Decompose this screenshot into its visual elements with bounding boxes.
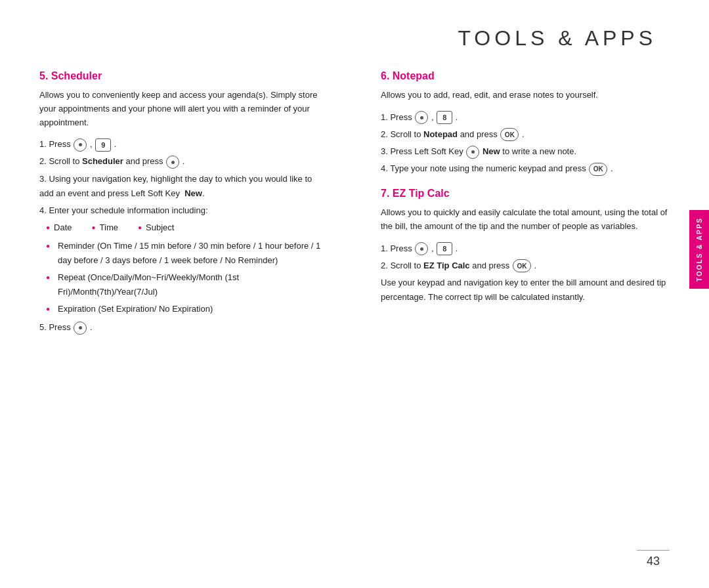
side-tab: TOOLS & APPS [689,210,709,289]
notepad-desc: Allows you to add, read, edit, and erase… [381,89,670,102]
step-5-text: 5. Press [39,322,71,332]
ez-tip-step-2-period: . [534,261,537,270]
scheduler-steps: 1. Press , 9 . 2. Scroll to Scheduler an… [39,137,328,335]
scheduler-step-1: 1. Press , 9 . [39,137,328,152]
menu-key-notepad [415,111,428,124]
ez-tip-title: 7. EZ Tip Calc [381,188,670,200]
notepad-step-3-suffix: to write a new note. [502,146,576,156]
ez-tip-step-1-text: 1. Press [381,243,412,253]
notepad-step-4-period: . [611,163,613,173]
notepad-step-1-text: 1. Press [381,112,412,122]
notepad-step-2-text: 2. Scroll to Notepad and press [381,129,498,139]
new-bold: New [184,188,202,198]
page-number: 43 [647,555,660,568]
bullet-date: Date [46,220,72,235]
step-1-num: 1. Press [39,139,71,149]
scheduler-desc: Allows you to conveniently keep and acce… [39,89,328,129]
scheduler-bullet-list: Reminder (On Time / 15 min before / 30 m… [46,239,328,316]
scheduler-step-2: 2. Scroll to Scheduler and press . [39,154,328,169]
notepad-step-3-text: 3. Press Left Soft Key [381,146,463,156]
key-8-ez-icon: 8 [437,242,452,255]
ez-tip-bold: EZ Tip Calc [423,261,470,270]
left-column: 5. Scheduler Allows you to conveniently … [39,70,341,338]
ez-tip-step-3-text: Use your keypad and navigation key to en… [381,278,666,302]
scheduler-bold: Scheduler [82,156,123,166]
new-bold-notepad: New [483,146,500,156]
soft-key-notepad [466,146,479,159]
menu-key-icon [74,138,87,152]
scheduler-step-4: 4. Enter your schedule information inclu… [39,203,328,317]
notepad-step-1-period: . [456,112,458,122]
notepad-title: 6. Notepad [381,70,670,82]
bullet-expiration: Expiration (Set Expiration/ No Expiratio… [46,302,328,316]
ok-key-ez-2: OK [513,259,531,272]
ok-key-icon-5 [74,322,87,335]
notepad-step-1: 1. Press , 8 . [381,110,670,125]
ez-tip-step-1-comma: , [431,243,434,253]
step-1-comma: , [90,139,93,149]
step-2-scroll: 2. Scroll to Scheduler and press [39,156,163,166]
scheduler-step-3: 3. Using your navigation key, highlight … [39,172,328,201]
ok-key-icon-2 [166,156,179,169]
notepad-step-3: 3. Press Left Soft Key New to write a ne… [381,144,670,159]
page-divider [637,550,670,551]
step-4-text: 4. Enter your schedule information inclu… [39,205,208,215]
menu-key-ez [415,242,428,255]
bullet-repeat: Repeat (Once/Daily/Mon~Fri/Weekly/Month … [46,270,328,299]
step-5-period: . [90,322,93,332]
ok-key-notepad-2: OK [500,128,519,141]
bullet-reminder: Reminder (On Time / 15 min before / 30 m… [46,239,328,268]
scheduler-section: 5. Scheduler Allows you to conveniently … [39,70,328,335]
ez-tip-step-1-period: . [456,243,458,253]
step-2-period: . [183,156,185,166]
bullet-subject: Subject [138,220,174,235]
ez-tip-section: 7. EZ Tip Calc Allows you to quickly and… [381,188,670,304]
step-3-text: 3. Using your navigation key, highlight … [39,174,312,198]
right-column: 6. Notepad Allows you to add, read, edit… [368,70,670,338]
ez-tip-step-3: Use your keypad and navigation key to en… [381,276,670,304]
bullet-time: Time [92,220,118,235]
ez-tip-desc: Allows you to quickly and easily calcula… [381,206,670,234]
step-1-period: . [114,139,117,149]
scheduler-step-5: 5. Press . [39,320,328,335]
inline-bullets: Date Time Subject [46,220,328,235]
notepad-step-4: 4. Type your note using the numeric keyp… [381,161,670,176]
notepad-section: 6. Notepad Allows you to add, read, edit… [381,70,670,176]
notepad-step-2: 2. Scroll to Notepad and press OK . [381,127,670,142]
key-8-icon: 8 [437,111,452,124]
notepad-bold: Notepad [423,129,458,139]
scheduler-title: 5. Scheduler [39,70,328,82]
notepad-step-4-text: 4. Type your note using the numeric keyp… [381,163,586,173]
key-9-icon: 9 [95,138,111,152]
notepad-steps: 1. Press , 8 . 2. Scroll to Notepad and … [381,110,670,176]
notepad-step-1-comma: , [431,112,434,122]
ez-tip-step-2-text: 2. Scroll to EZ Tip Calc and press [381,261,509,270]
content-area: 5. Scheduler Allows you to conveniently … [0,70,709,338]
page-title: TOOLS & APPS [0,0,709,70]
ok-key-notepad-4: OK [589,163,607,176]
side-tab-label: TOOLS & APPS [696,217,703,282]
ez-tip-step-1: 1. Press , 8 . [381,242,670,256]
ez-tip-steps: 1. Press , 8 . 2. Scroll to EZ Tip Calc … [381,242,670,304]
notepad-step-2-period: . [522,129,525,139]
page-number-area: 43 [637,550,670,568]
ez-tip-step-2: 2. Scroll to EZ Tip Calc and press OK . [381,259,670,273]
